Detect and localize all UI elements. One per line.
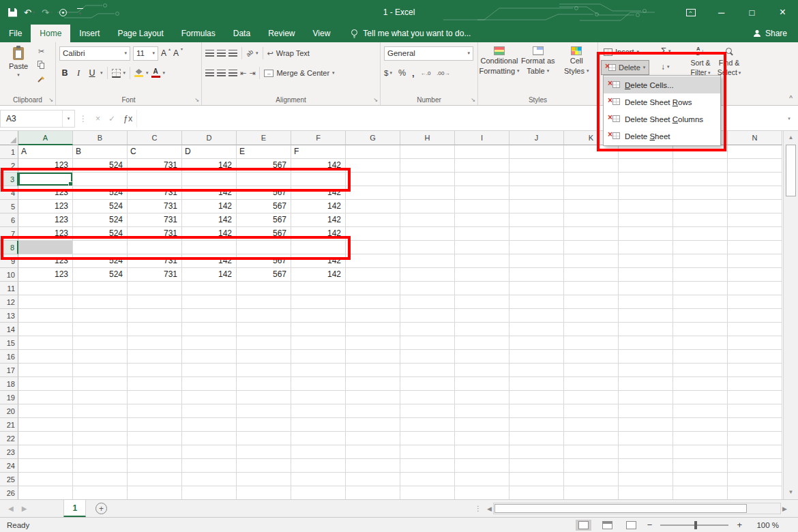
cell-B16[interactable] — [73, 350, 128, 364]
cell-I13[interactable] — [455, 309, 509, 323]
cell-F7[interactable]: 142 — [291, 227, 346, 241]
cell-B2[interactable]: 524 — [73, 159, 128, 173]
column-header-N[interactable]: N — [728, 131, 782, 145]
cell-A26[interactable] — [18, 486, 73, 499]
cell-F2[interactable]: 142 — [291, 159, 346, 173]
cell-C26[interactable] — [128, 486, 182, 499]
cell-B11[interactable] — [73, 282, 128, 295]
cell-B24[interactable] — [73, 459, 128, 473]
cell-M11[interactable] — [673, 282, 728, 295]
cell-M22[interactable] — [673, 432, 728, 445]
cell-N24[interactable] — [728, 459, 782, 473]
cell-C20[interactable] — [128, 404, 182, 418]
cell-N18[interactable] — [728, 377, 782, 391]
cell-F4[interactable]: 142 — [291, 186, 346, 200]
row-header-14[interactable]: 14 — [0, 323, 18, 336]
cell-F12[interactable] — [291, 295, 346, 309]
cell-L15[interactable] — [619, 336, 673, 350]
row-header-25[interactable]: 25 — [0, 473, 18, 486]
accounting-format-button[interactable]: $▾ — [384, 69, 392, 77]
cell-I7[interactable] — [455, 227, 509, 241]
cell-B4[interactable]: 524 — [73, 186, 128, 200]
cell-H26[interactable] — [400, 486, 455, 499]
row-header-5[interactable]: 5 — [0, 200, 18, 213]
cell-K16[interactable] — [564, 350, 619, 364]
cell-C3[interactable] — [128, 173, 182, 186]
cell-E12[interactable] — [237, 295, 291, 309]
cell-D17[interactable] — [182, 364, 237, 377]
cell-K8[interactable] — [564, 241, 619, 254]
cell-K11[interactable] — [564, 282, 619, 295]
cell-F15[interactable] — [291, 336, 346, 350]
cell-N9[interactable] — [728, 254, 782, 268]
cell-A6[interactable]: 123 — [18, 213, 73, 227]
cut-icon[interactable]: ✂ — [38, 48, 44, 55]
page-break-preview-button[interactable] — [623, 520, 639, 531]
cell-K2[interactable] — [564, 159, 619, 173]
cell-A21[interactable] — [18, 418, 73, 432]
cell-D22[interactable] — [182, 432, 237, 445]
cell-A5[interactable]: 123 — [18, 200, 73, 213]
cell-I21[interactable] — [455, 418, 509, 432]
cell-A13[interactable] — [18, 309, 73, 323]
cell-I4[interactable] — [455, 186, 509, 200]
cell-J7[interactable] — [509, 227, 564, 241]
cell-D16[interactable] — [182, 350, 237, 364]
cell-B3[interactable] — [73, 173, 128, 186]
cell-I6[interactable] — [455, 213, 509, 227]
close-button[interactable]: × — [767, 0, 798, 25]
increase-decimal-icon[interactable]: ←.0 — [421, 70, 431, 76]
column-header-I[interactable]: I — [455, 131, 509, 145]
cell-I23[interactable] — [455, 445, 509, 459]
cell-B19[interactable] — [73, 391, 128, 404]
cell-J14[interactable] — [509, 323, 564, 336]
cell-G5[interactable] — [346, 200, 400, 213]
cell-I2[interactable] — [455, 159, 509, 173]
cell-J17[interactable] — [509, 364, 564, 377]
menu-item-delete-sheet[interactable]: ×Delete Sheet — [604, 128, 720, 145]
cell-E15[interactable] — [237, 336, 291, 350]
cell-K4[interactable] — [564, 186, 619, 200]
align-center-icon[interactable] — [217, 70, 226, 76]
font-dialog-launcher[interactable]: ↘ — [194, 98, 199, 103]
cell-L5[interactable] — [619, 200, 673, 213]
orientation-icon[interactable]: ab — [245, 48, 254, 58]
cell-J11[interactable] — [509, 282, 564, 295]
cell-D7[interactable]: 142 — [182, 227, 237, 241]
cell-C10[interactable]: 731 — [128, 268, 182, 282]
cell-J20[interactable] — [509, 404, 564, 418]
name-box[interactable]: A3 ▾ — [0, 110, 75, 128]
cell-G9[interactable] — [346, 254, 400, 268]
cell-H12[interactable] — [400, 295, 455, 309]
name-box-dropdown-icon[interactable]: ▾ — [62, 110, 74, 127]
cell-F6[interactable]: 142 — [291, 213, 346, 227]
cell-L11[interactable] — [619, 282, 673, 295]
cell-D3[interactable] — [182, 173, 237, 186]
cell-I19[interactable] — [455, 391, 509, 404]
cell-G16[interactable] — [346, 350, 400, 364]
increase-indent-icon[interactable]: ⇥ — [249, 69, 255, 78]
cell-J2[interactable] — [509, 159, 564, 173]
paste-button[interactable]: Paste ▾ — [4, 45, 33, 90]
cell-I1[interactable] — [455, 145, 509, 159]
cell-G14[interactable] — [346, 323, 400, 336]
cell-F14[interactable] — [291, 323, 346, 336]
alignment-dialog-launcher[interactable]: ↘ — [373, 98, 378, 103]
number-format-select[interactable]: General▾ — [384, 46, 473, 61]
cell-D6[interactable]: 142 — [182, 213, 237, 227]
cell-H18[interactable] — [400, 377, 455, 391]
cell-C18[interactable] — [128, 377, 182, 391]
cell-N12[interactable] — [728, 295, 782, 309]
cell-F13[interactable] — [291, 309, 346, 323]
cell-D4[interactable]: 142 — [182, 186, 237, 200]
cell-H11[interactable] — [400, 282, 455, 295]
cell-A19[interactable] — [18, 391, 73, 404]
cell-M9[interactable] — [673, 254, 728, 268]
cell-I3[interactable] — [455, 173, 509, 186]
row-header-24[interactable]: 24 — [0, 459, 18, 473]
cell-J23[interactable] — [509, 445, 564, 459]
cell-L20[interactable] — [619, 404, 673, 418]
row-header-11[interactable]: 11 — [0, 282, 18, 295]
cell-A23[interactable] — [18, 445, 73, 459]
cell-A3[interactable] — [18, 173, 73, 186]
